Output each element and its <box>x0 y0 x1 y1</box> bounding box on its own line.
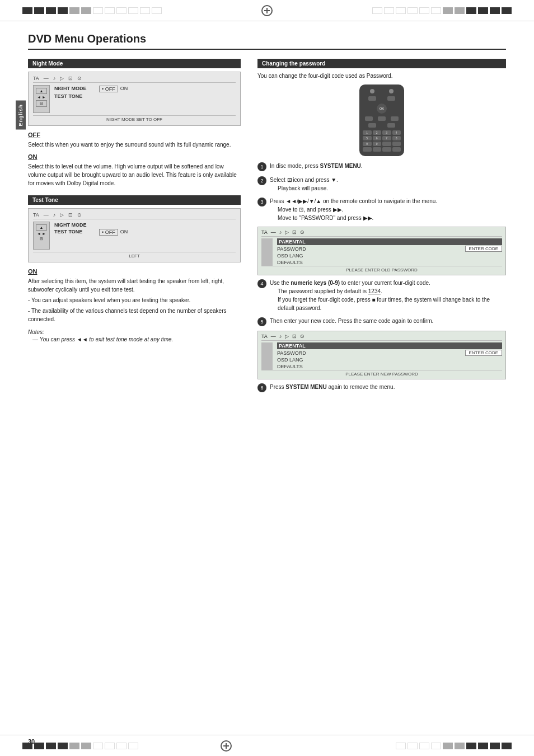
remote-btn-4 <box>378 116 386 121</box>
pwd-menu-items-2: PARENTAL PASSWORD ENTER CODE OSD LANG DE… <box>277 342 502 370</box>
remote-num-4: 4 <box>392 130 401 135</box>
pwd-item-parental-2: PARENTAL <box>277 342 502 349</box>
remote-num-r4 <box>392 147 401 152</box>
step-4: 4 Use the numeric keys (0-9) to enter yo… <box>257 279 506 312</box>
remote-num-2: 2 <box>373 130 382 135</box>
test-tone-row1: NIGHT MODE <box>54 222 236 228</box>
remote-control: OK 1 2 3 4 <box>359 84 404 156</box>
pwd-screen-top-2: TA — ♪ ▷ ⊡ ⊙ <box>261 334 502 341</box>
step-num-2: 2 <box>257 176 266 185</box>
step4-sub1: The password supplied by default is 1234… <box>278 287 506 295</box>
step-1: 1 In disc mode, press SYSTEM MENU. <box>257 162 506 171</box>
screen-top-icons: TA — ♪ ▷ ⊡ ⊙ <box>33 76 236 83</box>
pwd-item-password-2: PASSWORD ENTER CODE <box>277 349 502 356</box>
test-tone-screen: TA — ♪ ▷ ⊡ ⊙ ▲ ◄ ► ⊟ NIGHT MODE <box>28 208 241 262</box>
remote-row3 <box>363 123 401 128</box>
step2-icon: ⊡ <box>287 177 292 183</box>
remote-num-9: 9 <box>363 142 372 146</box>
test-on-text3: - The availability of the various channe… <box>28 307 241 323</box>
screen-icon-circle: ⊙ <box>77 76 82 81</box>
pwd-item-osd-2: OSD LANG <box>277 356 502 363</box>
bottom-crosshair-container <box>221 740 232 752</box>
remote-num-6: 6 <box>373 136 382 140</box>
top-bar-pattern-right <box>372 7 512 14</box>
lang-tab: English <box>16 101 26 130</box>
screen-menu-area: NIGHT MODE • OFF ON TEST TONE <box>54 85 236 113</box>
remote-btn-3 <box>365 116 373 121</box>
remote-btn-5 <box>391 116 399 121</box>
remote-btn-6 <box>368 123 376 128</box>
screen-icon-box: ⊡ <box>68 76 73 81</box>
bottom-crosshair-icon <box>221 740 232 752</box>
screen-icon-dash: — <box>44 76 49 81</box>
pwd-item-osd: OSD LANG <box>277 252 502 259</box>
pwd-item-password: PASSWORD ENTER CODE <box>277 245 502 252</box>
step-num-3: 3 <box>257 198 266 206</box>
bottom-bar <box>0 735 534 756</box>
bottom-bar-pattern-right <box>396 743 512 749</box>
remote-dot-left <box>370 89 374 93</box>
step-num-1: 1 <box>257 162 266 171</box>
pwd-screen-side-1 <box>261 238 273 266</box>
pwd-menu-items-1: PARENTAL PASSWORD ENTER CODE OSD LANG DE… <box>277 238 502 266</box>
remote-num-r1 <box>363 147 372 152</box>
remote-row2 <box>363 116 401 121</box>
pwd-item-defaults-2: DEFAULTS <box>277 363 502 370</box>
step-6: 6 Press SYSTEM MENU again to remove the … <box>257 383 506 392</box>
step3-sub2: Move to "PASSWORD" and press ▶▶. <box>278 214 506 222</box>
pwd-status-2: PLEASE ENTER NEW PASSWORD <box>261 370 502 377</box>
pwd-enter-code-1: ENTER CODE <box>465 246 502 252</box>
password-intro: You can change the four-digit code used … <box>257 72 506 80</box>
night-mode-header: Night Mode <box>28 59 241 68</box>
step-text-2: Select ⊡ icon and press ▼. Playback will… <box>270 176 506 192</box>
remote-num-1: 1 <box>363 130 372 135</box>
test-on-text1: After selecting this item, the system wi… <box>28 277 241 294</box>
test-tone-status: LEFT <box>33 252 236 259</box>
step1-after: . <box>361 163 363 169</box>
remote-numpad: 1 2 3 4 5 6 7 8 9 0 <box>363 130 401 152</box>
step-text-6: Press SYSTEM MENU again to remove the me… <box>270 383 506 391</box>
bottom-bar-pattern-left <box>22 743 138 749</box>
remote-top <box>363 89 401 93</box>
screen-icon-note: ♪ <box>53 76 56 81</box>
pwd-screen-body-1: PARENTAL PASSWORD ENTER CODE OSD LANG DE… <box>261 238 502 266</box>
password-header: Changing the password <box>257 59 506 68</box>
step4-sub2: If you forget the four-digit code, press… <box>278 295 506 312</box>
step-text-1: In disc mode, press SYSTEM MENU. <box>270 162 506 170</box>
off-label: OFF <box>28 132 241 138</box>
pwd-screen-2: TA — ♪ ▷ ⊡ ⊙ PARENTAL PASSWORD ENTER COD… <box>257 331 506 379</box>
pwd-screen-body-2: PARENTAL PASSWORD ENTER CODE OSD LANG DE… <box>261 342 502 370</box>
step6-bold: SYSTEM MENU <box>285 384 326 390</box>
step-2: 2 Select ⊡ icon and press ▼. Playback wi… <box>257 176 506 192</box>
step-text-5: Then enter your new code. Press the same… <box>270 317 506 325</box>
remote-num-0: 0 <box>373 142 382 146</box>
step3-sub1: Move to ⊡, and press ▶▶. <box>278 205 506 214</box>
remote-num-r3 <box>382 147 391 152</box>
step1-bold: SYSTEM MENU <box>320 163 360 169</box>
top-bar-center <box>261 5 273 16</box>
remote-ok-btn: OK <box>377 104 387 114</box>
notes-item-1: — You can press ◄◄ to exit test tone mod… <box>32 336 241 342</box>
test-on-text2: - You can adjust speakers level when you… <box>28 296 241 304</box>
remote-dot-right <box>389 89 394 93</box>
test-tone-menu-area: NIGHT MODE TEST TONE • OFF ON <box>54 222 236 250</box>
remote-num-5: 5 <box>363 136 372 140</box>
pwd-enter-code-2: ENTER CODE <box>465 350 502 356</box>
screen-icon-ta: TA <box>33 76 39 81</box>
remote-ok-area: OK <box>363 104 401 114</box>
pwd-status-1: PLEASE ENTER OLD PASSWORD <box>261 266 502 273</box>
notes-label: Notes: <box>28 329 241 335</box>
test-tone-screen-icons: TA — ♪ ▷ ⊡ ⊙ <box>33 212 236 219</box>
remote-num-8: 8 <box>392 136 401 140</box>
remote-num-3: 3 <box>382 130 391 135</box>
left-column: Night Mode TA — ♪ ▷ ⊡ ⊙ ▲ ◄ ► ⊟ <box>28 59 241 397</box>
on-label: ON <box>28 153 241 160</box>
screen-side-icons: ▲ ◄ ► ⊟ <box>33 85 50 113</box>
remote-btn-1 <box>368 96 376 101</box>
step-3: 3 Press ◄◄/▶▶/▼/▲ on the remote control … <box>257 197 506 222</box>
pwd-screen-top-1: TA — ♪ ▷ ⊡ ⊙ <box>261 229 502 237</box>
pwd-screen-1: TA — ♪ ▷ ⊡ ⊙ PARENTAL PASSWORD ENTER COD… <box>257 227 506 275</box>
screen-row-nightmode: NIGHT MODE • OFF ON <box>54 85 236 93</box>
night-mode-status: NIGHT MODE SET TO OFF <box>33 115 236 122</box>
step-text-3: Press ◄◄/▶▶/▼/▲ on the remote control to… <box>270 197 506 222</box>
